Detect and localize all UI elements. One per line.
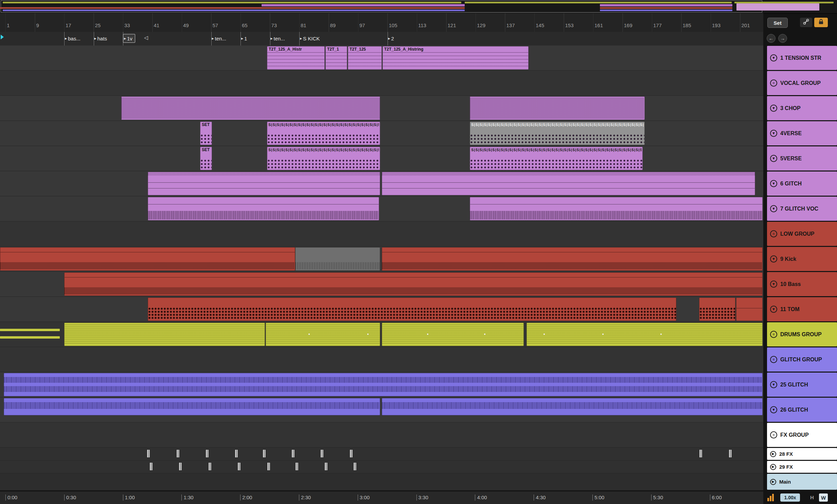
clip[interactable] xyxy=(208,462,212,471)
time-ruler[interactable]: 0:000:301:001:302:002:303:003:304:004:30… xyxy=(0,491,763,504)
clip[interactable] xyxy=(148,172,380,195)
clip[interactable] xyxy=(527,323,763,346)
track-header-26-glitch[interactable]: ▼26 GLITCH xyxy=(767,398,837,422)
clip[interactable] xyxy=(382,398,763,415)
locator-flag[interactable]: ▸1v xyxy=(123,34,135,43)
track-header-main[interactable]: ▶Main xyxy=(767,474,837,490)
forward-arrow-button[interactable]: → xyxy=(778,34,787,43)
link-button[interactable] xyxy=(800,18,812,27)
overview-clip-segment xyxy=(3,10,465,11)
track-header-6-gitch[interactable]: ▼6 GITCH xyxy=(767,172,837,196)
collapse-circle-icon: ▼ xyxy=(770,306,777,313)
clip[interactable] xyxy=(179,462,182,471)
clip[interactable] xyxy=(320,449,324,458)
track-header-29-fx[interactable]: ▶29 FX xyxy=(767,461,837,473)
clip[interactable] xyxy=(176,449,180,458)
clip[interactable] xyxy=(295,462,299,471)
clip[interactable] xyxy=(382,247,763,271)
clip[interactable] xyxy=(148,298,676,321)
midi-meter-icon[interactable] xyxy=(767,494,777,501)
bar-number-label: 201 xyxy=(742,22,750,28)
track-header-9-kick[interactable]: ▼9 Kick xyxy=(767,247,837,271)
set-button[interactable]: Set xyxy=(767,18,788,28)
clip[interactable] xyxy=(350,449,353,458)
clip[interactable]: T2T_125_A_Histr xyxy=(267,46,325,70)
clip[interactable] xyxy=(0,247,295,271)
clip[interactable] xyxy=(699,298,735,321)
locator-flag[interactable]: ▸hats xyxy=(94,34,109,43)
clip[interactable] xyxy=(470,197,763,220)
group-circle-icon: ≡ xyxy=(770,79,777,87)
clip[interactable] xyxy=(206,449,209,458)
clip[interactable]: S|S|S|S|S|S|S|S|S|S|S|S|S|S|S|S|S|S|S|S|… xyxy=(470,147,643,170)
clip[interactable]: T2T_125_A_Histring xyxy=(382,46,529,70)
track-name: 7 GLITCH VOC xyxy=(780,206,818,212)
track-header-11-tom[interactable]: ▼11 TOM xyxy=(767,297,837,321)
clip[interactable] xyxy=(121,96,380,120)
clip[interactable]: T2T_125 xyxy=(348,46,382,70)
clip[interactable] xyxy=(4,373,763,396)
clip[interactable] xyxy=(148,197,379,220)
track-header-10-bass[interactable]: ▼10 Bass xyxy=(767,272,837,296)
track-header-25-glitch[interactable]: ▼25 GLITCH xyxy=(767,373,837,397)
clip[interactable]: S|S|S|S|S|S|S|S|S|S|S|S|S|S|S|S|S|S|S|S|… xyxy=(267,147,380,170)
kickwavedark-texture xyxy=(296,262,380,269)
clip[interactable] xyxy=(729,449,732,458)
bar-ruler[interactable]: 1917253341495765738189971051131211291371… xyxy=(0,13,763,32)
locator-flag[interactable]: ▸ten... xyxy=(211,34,229,43)
overview-strip[interactable] xyxy=(0,0,837,14)
clip[interactable]: SET xyxy=(200,147,212,170)
clip[interactable] xyxy=(263,449,266,458)
track-header-28-fx[interactable]: ▶28 FX xyxy=(767,448,837,460)
clip[interactable]: S|S|S|S|S|S|S|S|S|S|S|S|S|S|S|S|S|S|S|S|… xyxy=(267,122,380,145)
locator-flag[interactable]: ▸1 xyxy=(241,34,249,43)
track-header-low-group[interactable]: ≡LOW GROUP xyxy=(767,222,837,246)
clip[interactable] xyxy=(291,449,295,458)
clip[interactable]: SET xyxy=(200,122,212,145)
bar-number-label: 41 xyxy=(154,22,160,28)
height-zoom-button[interactable]: H xyxy=(810,494,814,500)
clip[interactable] xyxy=(237,462,241,471)
track-header-3-chop[interactable]: ▼3 CHOP xyxy=(767,96,837,120)
locator-row[interactable]: ◁ ▸bas...▸hats▸1v▸ten...▸1▸ten...▸S KICK… xyxy=(0,32,763,46)
clip[interactable] xyxy=(267,462,270,471)
track-header-1-tension-str[interactable]: ▼1 TENSION STR xyxy=(767,46,837,70)
clip[interactable] xyxy=(64,272,763,296)
lock-button[interactable] xyxy=(814,18,828,27)
locator-flag[interactable]: ▸bas... xyxy=(64,34,83,43)
clip[interactable] xyxy=(470,96,645,120)
clip[interactable] xyxy=(382,172,755,195)
track-header-4verse[interactable]: ▼4VERSE xyxy=(767,121,837,145)
clip[interactable] xyxy=(324,462,328,471)
track-header-5verse[interactable]: ▼5VERSE xyxy=(767,146,837,170)
track-header-drums-group[interactable]: ≡DRUMS GROUP xyxy=(767,322,837,346)
playback-speed-chip[interactable]: 1.00x xyxy=(780,493,800,502)
clip[interactable] xyxy=(64,323,265,346)
clip[interactable] xyxy=(4,398,380,415)
track-header-7-glitch-voc[interactable]: ▼7 GLITCH VOC xyxy=(767,197,837,221)
clip[interactable] xyxy=(353,462,357,471)
clip[interactable] xyxy=(295,247,380,271)
clip[interactable] xyxy=(147,449,150,458)
overview-clip-segment xyxy=(3,2,461,3)
track-header-fx-group[interactable]: ≡FX GROUP xyxy=(767,423,837,447)
locator-flag[interactable]: ▸2 xyxy=(388,34,396,43)
dots-texture xyxy=(200,134,212,144)
clip[interactable]: T2T_1 xyxy=(325,46,347,70)
clip[interactable]: S|S|S|S|S|S|S|S|S|S|S|S|S|S|S|S|S|S|S|S|… xyxy=(470,122,645,145)
track-header-vocal-group[interactable]: ≡VOCAL GROUP xyxy=(767,71,837,95)
locator-flag[interactable]: ▸S KICK xyxy=(299,34,322,43)
overview-clip-segment xyxy=(600,7,732,9)
track-header-glitch-group[interactable]: ≡GLITCH GROUP xyxy=(767,347,837,372)
width-zoom-button[interactable]: W xyxy=(819,493,828,502)
clip[interactable] xyxy=(149,462,153,471)
locator-flag[interactable]: ▸ten... xyxy=(270,34,287,43)
clip[interactable] xyxy=(0,323,60,346)
clip[interactable] xyxy=(699,449,702,458)
clip[interactable] xyxy=(382,323,524,346)
clip[interactable] xyxy=(266,323,380,346)
clip[interactable] xyxy=(736,298,763,321)
back-arrow-button[interactable]: ← xyxy=(767,34,776,43)
clip[interactable] xyxy=(235,449,238,458)
time-label: 0:30 xyxy=(64,494,76,501)
